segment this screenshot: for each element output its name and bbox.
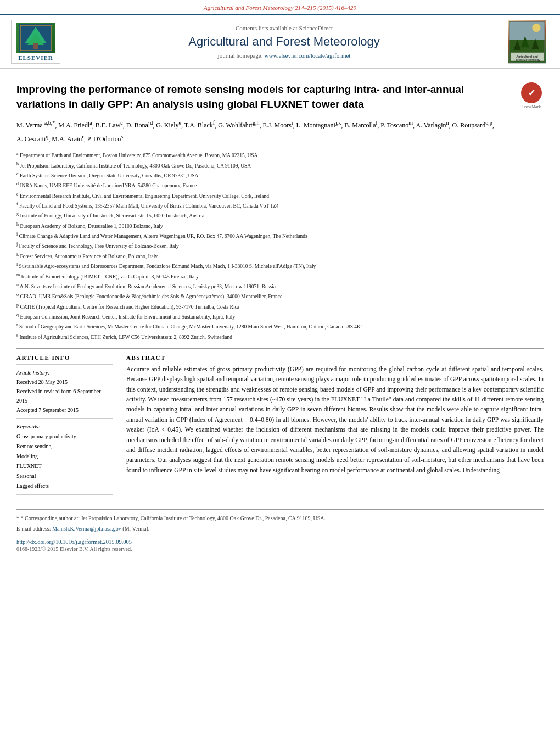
footer-area: * * Corresponding author at: Jet Propuls… — [16, 509, 544, 552]
author-sup-d: d — [150, 120, 153, 126]
author-sup-n: n — [446, 120, 449, 126]
elsevier-logo: ELSEVIER — [11, 20, 60, 64]
journal-citation: Agricultural and Forest Meteorology 214–… — [204, 4, 356, 11]
author-sup-c: c — [120, 120, 122, 126]
journal-header: ELSEVIER Contents lists available at Sci… — [0, 15, 560, 69]
homepage-label: journal homepage: — [218, 52, 265, 59]
author-sup-s: s — [121, 133, 123, 140]
affiliation-item: d INRA Nancy, UMR EEF-Université de Lorr… — [16, 181, 544, 190]
affiliation-item: h European Academy of Bolzano, Drususall… — [16, 221, 544, 231]
affiliation-item: o CIRAD, UMR Eco&Sols (Ecologie Fonction… — [16, 292, 544, 301]
affiliation-item: b Jet Propulsion Laboratory, California … — [16, 161, 544, 170]
article-info-heading: ARTICLE INFO — [16, 354, 113, 361]
authors-section: M. Verma a,b,*, M.A. Friedla, B.E. Lawc,… — [16, 118, 544, 145]
keyword-1: Gross primary productivity — [16, 432, 113, 442]
email-address[interactable]: Manish.K.Verma@jpl.nasa.gov — [52, 526, 121, 532]
affiliation-item: j Faculty of Science and Technology, Fre… — [16, 241, 544, 250]
author-sup-e: e — [178, 120, 181, 126]
author-sup-m: m — [408, 120, 413, 126]
article-info-col: ARTICLE INFO Article history: Received 2… — [16, 354, 113, 498]
svg-rect-3 — [33, 43, 38, 49]
author-sup-r: r — [82, 133, 83, 140]
main-journal-title: Agricultural and Forest Meteorology — [71, 35, 497, 49]
keywords-label: Keywords: — [16, 423, 40, 429]
affiliation-item: f Faculty of Land and Food Systems, 135-… — [16, 201, 544, 210]
afm-logo: Agricultural and Forest Meteorology — [508, 20, 549, 64]
affiliation-item: n A.N. Severtsov Institute of Ecology an… — [16, 282, 544, 291]
keyword-2: Remote sensing — [16, 442, 113, 451]
email-line: E-mail address: Manish.K.Verma@jpl.nasa.… — [16, 525, 544, 533]
keyword-4: FLUXNET — [16, 461, 113, 471]
corresponding-text: * Corresponding author at: Jet Propulsio… — [21, 515, 326, 521]
journal-homepage: journal homepage: www.elsevier.com/locat… — [71, 52, 497, 59]
separator-1 — [16, 348, 544, 349]
elsevier-wordmark: ELSEVIER — [14, 54, 58, 61]
article-history: Article history: Received 28 May 2015 Re… — [16, 368, 113, 415]
separator-keywords — [16, 418, 113, 419]
article-title-section: Improving the performance of remote sens… — [16, 82, 544, 111]
doi-link[interactable]: http://dx.doi.org/10.1016/j.agrformet.20… — [16, 539, 132, 545]
author-sup-op: o,p — [485, 120, 492, 126]
author-sup-a: a,b,* — [44, 120, 55, 126]
separator-bottom — [16, 494, 113, 495]
corresponding-note: * * Corresponding author at: Jet Propuls… — [16, 514, 544, 522]
email-note: (M. Verma). — [122, 526, 149, 532]
article-title-text: Improving the performance of remote sens… — [16, 82, 519, 111]
article-title: Improving the performance of remote sens… — [16, 82, 508, 111]
abstract-col: ABSTRACT Accurate and reliable estimates… — [126, 354, 544, 498]
journal-banner: Agricultural and Forest Meteorology 214–… — [0, 0, 560, 15]
svg-text:Forest Meteorology: Forest Meteorology — [514, 58, 540, 62]
author-sup-i: i — [292, 120, 293, 126]
crossmark-icon: ✓ — [521, 82, 542, 103]
footnote-star: * — [16, 515, 21, 521]
abstract-text: Accurate and reliable estimates of gross… — [126, 364, 544, 475]
crossmark-logo: ✓ CrossMark — [519, 82, 544, 111]
affiliation-item: p CATIE (Tropical Agricultural Centre fo… — [16, 302, 544, 311]
copyright-line: 0168-1923/© 2015 Elsevier B.V. All right… — [16, 546, 544, 552]
affiliation-item: c Earth Systems Science Division, Oregon… — [16, 171, 544, 180]
author-sup-a2: a — [89, 120, 92, 126]
affiliations-section: a Department of Earth and Environment, B… — [16, 150, 544, 342]
received-date: Received 28 May 2015 — [16, 377, 113, 387]
elsevier-tree-icon — [16, 23, 55, 53]
affiliation-item: e Environmental Research Institute, Civi… — [16, 191, 544, 200]
svg-text:✓: ✓ — [527, 87, 535, 98]
accepted-date: Accepted 7 September 2015 — [16, 405, 113, 415]
afm-journal-icon: Agricultural and Forest Meteorology — [508, 20, 546, 64]
two-col-layout: ARTICLE INFO Article history: Received 2… — [16, 354, 544, 498]
author-sup-q: q — [46, 133, 48, 140]
keyword-6: Lagged effects — [16, 481, 113, 491]
email-label: E-mail address: — [16, 526, 51, 532]
doi-line: http://dx.doi.org/10.1016/j.agrformet.20… — [16, 537, 544, 546]
affiliation-item: q European Commission, Joint Research Ce… — [16, 312, 544, 321]
author-sup-f: f — [213, 120, 215, 126]
affiliation-item: m Institute of Biometeorology (IBIMET – … — [16, 272, 544, 281]
affiliation-item: s Institute of Agricultural Sciences, ET… — [16, 332, 544, 342]
revised-date: Received in revised form 6 September 201… — [16, 387, 113, 405]
svg-point-11 — [532, 24, 540, 32]
author-sup-jk: j,k — [335, 120, 341, 126]
separator-info — [16, 364, 113, 365]
history-label: Article history: — [16, 368, 113, 377]
keyword-5: Seasonal — [16, 471, 113, 481]
author-sup-gh: g,h — [253, 120, 260, 126]
affiliation-item: l Sustainable Agro-ecosystems and Biores… — [16, 261, 544, 271]
author-sup-l: l — [376, 120, 378, 126]
homepage-url[interactable]: www.elsevier.com/locate/agrformet — [265, 52, 351, 59]
affiliation-item: a Department of Earth and Environment, B… — [16, 150, 544, 160]
affiliation-item: i Climate Change & Adaptive Land and Wat… — [16, 231, 544, 241]
abstract-heading: ABSTRACT — [126, 354, 544, 361]
keywords-section: Keywords: Gross primary productivity Rem… — [16, 422, 113, 491]
crossmark-label: CrossMark — [522, 104, 541, 109]
sciencedirect-line: Contents lists available at ScienceDirec… — [71, 25, 497, 31]
journal-title-center: Contents lists available at ScienceDirec… — [60, 25, 508, 59]
affiliation-item: k Forest Services, Autonomous Province o… — [16, 252, 544, 261]
affiliation-item: r School of Geography and Earth Sciences… — [16, 322, 544, 331]
keyword-3: Modeling — [16, 451, 113, 461]
main-content: Improving the performance of remote sens… — [0, 69, 560, 563]
affiliation-item: g Institute of Ecology, University of In… — [16, 211, 544, 220]
